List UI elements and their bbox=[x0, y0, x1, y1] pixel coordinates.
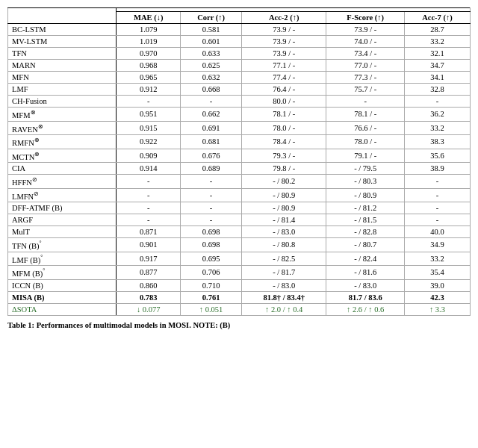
mae-cell: - bbox=[117, 214, 181, 226]
acc2-cell: 78.4 / - bbox=[241, 135, 326, 149]
mae-cell: 0.909 bbox=[117, 149, 181, 163]
acc2-cell: 79.3 / - bbox=[241, 149, 326, 163]
corr-cell: 0.698 bbox=[181, 226, 242, 238]
mae-header: MAE (↓) bbox=[117, 12, 181, 24]
corr-cell: - bbox=[181, 188, 242, 202]
corr-cell: 0.676 bbox=[181, 149, 242, 163]
fscore-cell: 77.0 / - bbox=[326, 60, 405, 72]
model-name: LMF (B)° bbox=[8, 252, 117, 266]
corr-cell: ↑ 0.051 bbox=[181, 303, 242, 315]
acc2-cell: - / 80.8 bbox=[241, 238, 326, 252]
mae-cell: 0.860 bbox=[117, 279, 181, 291]
table-row: MARN0.9680.62577.1 / -77.0 / -34.7 bbox=[8, 60, 471, 72]
fscore-cell: - bbox=[326, 96, 405, 108]
corr-cell: 0.681 bbox=[181, 135, 242, 149]
table-row: TFN (B)°0.9010.698- / 80.8- / 80.734.9 bbox=[8, 238, 471, 252]
results-table: MAE (↓) Corr (↑) Acc-2 (↑) F-Score (↑) A… bbox=[7, 7, 471, 316]
acc7-cell: - bbox=[404, 175, 470, 189]
table-row: MFM (B)°0.8770.706- / 81.7- / 81.635.4 bbox=[8, 266, 471, 280]
model-name: LMFN⊘ bbox=[8, 188, 117, 202]
mae-cell: 0.951 bbox=[117, 108, 181, 122]
corr-cell: 0.633 bbox=[181, 48, 242, 60]
mae-cell: 1.079 bbox=[117, 24, 181, 36]
mae-cell: 0.922 bbox=[117, 135, 181, 149]
acc2-cell: - / 83.0 bbox=[241, 279, 326, 291]
corr-cell: 0.668 bbox=[181, 84, 242, 96]
fscore-cell: - / 80.7 bbox=[326, 238, 405, 252]
model-name: MulT bbox=[8, 226, 117, 238]
table-row: HFFN⊘--- / 80.2- / 80.3- bbox=[8, 175, 471, 189]
model-name: DFF-ATMF (B) bbox=[8, 202, 117, 214]
corr-cell: 0.581 bbox=[181, 24, 242, 36]
fscore-cell: - / 80.9 bbox=[326, 188, 405, 202]
fscore-cell: 78.0 / - bbox=[326, 135, 405, 149]
fscore-cell: - / 79.5 bbox=[326, 163, 405, 175]
acc2-cell: 77.1 / - bbox=[241, 60, 326, 72]
table-row: MISA (B)0.7830.76181.8† / 83.4†81.7 / 83… bbox=[8, 291, 471, 303]
corr-header: Corr (↑) bbox=[181, 12, 242, 24]
fscore-cell: - / 82.8 bbox=[326, 226, 405, 238]
mae-cell: 0.915 bbox=[117, 121, 181, 135]
table-row: CIA0.9140.68979.8 / -- / 79.538.9 bbox=[8, 163, 471, 175]
fscore-cell: 77.3 / - bbox=[326, 72, 405, 84]
mae-cell: 0.912 bbox=[117, 84, 181, 96]
acc2-cell: 81.8† / 83.4† bbox=[241, 291, 326, 303]
fscore-cell: - / 83.0 bbox=[326, 279, 405, 291]
acc7-cell: 38.9 bbox=[404, 163, 470, 175]
acc7-cell: - bbox=[404, 188, 470, 202]
fscore-cell: 76.6 / - bbox=[326, 121, 405, 135]
acc7-cell: 35.6 bbox=[404, 149, 470, 163]
corr-cell: - bbox=[181, 175, 242, 189]
mae-cell: - bbox=[117, 175, 181, 189]
model-name: CH-Fusion bbox=[8, 96, 117, 108]
acc7-cell: 32.1 bbox=[404, 48, 470, 60]
acc7-cell: 33.2 bbox=[404, 252, 470, 266]
acc7-cell: 32.8 bbox=[404, 84, 470, 96]
table-row: MulT0.8710.698- / 83.0- / 82.840.0 bbox=[8, 226, 471, 238]
model-name: MFN bbox=[8, 72, 117, 84]
model-name: ΔSOTA bbox=[8, 303, 117, 315]
acc2-cell: 73.9 / - bbox=[241, 48, 326, 60]
model-name: BC-LSTM bbox=[8, 24, 117, 36]
mae-cell: - bbox=[117, 188, 181, 202]
table-row: DFF-ATMF (B)--- / 80.9- / 81.2- bbox=[8, 202, 471, 214]
table-row: ΔSOTA↓ 0.077↑ 0.051↑ 2.0 / ↑ 0.4↑ 2.6 / … bbox=[8, 303, 471, 315]
model-name: ARGF bbox=[8, 214, 117, 226]
acc7-cell: 33.2 bbox=[404, 121, 470, 135]
corr-cell: 0.710 bbox=[181, 279, 242, 291]
model-name: LMF bbox=[8, 84, 117, 96]
models-header bbox=[8, 8, 117, 24]
acc2-cell: 78.1 / - bbox=[241, 108, 326, 122]
corr-cell: - bbox=[181, 202, 242, 214]
fscore-cell: - / 82.4 bbox=[326, 252, 405, 266]
model-name: MARN bbox=[8, 60, 117, 72]
fscore-cell: ↑ 2.6 / ↑ 0.6 bbox=[326, 303, 405, 315]
acc7-cell: 33.2 bbox=[404, 36, 470, 48]
acc2-cell: 80.0 / - bbox=[241, 96, 326, 108]
table-container: MAE (↓) Corr (↑) Acc-2 (↑) F-Score (↑) A… bbox=[7, 7, 471, 316]
table-row: BC-LSTM1.0790.58173.9 / -73.9 / -28.7 bbox=[8, 24, 471, 36]
mae-cell: 0.965 bbox=[117, 72, 181, 84]
fscore-cell: 73.9 / - bbox=[326, 24, 405, 36]
model-name: RAVEN⊗ bbox=[8, 121, 117, 135]
acc7-cell: - bbox=[404, 202, 470, 214]
acc7-cell: 40.0 bbox=[404, 226, 470, 238]
model-name: MISA (B) bbox=[8, 291, 117, 303]
mae-cell: 0.970 bbox=[117, 48, 181, 60]
fscore-cell: 73.4 / - bbox=[326, 48, 405, 60]
fscore-cell: - / 81.5 bbox=[326, 214, 405, 226]
table-row: MFN0.9650.63277.4 / -77.3 / -34.1 bbox=[8, 72, 471, 84]
fscore-cell: 81.7 / 83.6 bbox=[326, 291, 405, 303]
table-row: LMF (B)°0.9170.695- / 82.5- / 82.433.2 bbox=[8, 252, 471, 266]
corr-cell: 0.706 bbox=[181, 266, 242, 280]
acc2-cell: - / 80.2 bbox=[241, 175, 326, 189]
fscore-header: F-Score (↑) bbox=[326, 12, 405, 24]
table-row: ICCN (B)0.8600.710- / 83.0- / 83.039.0 bbox=[8, 279, 471, 291]
acc7-cell: 28.7 bbox=[404, 24, 470, 36]
corr-cell: 0.691 bbox=[181, 121, 242, 135]
model-name: MFM (B)° bbox=[8, 266, 117, 280]
table-row: MV-LSTM1.0190.60173.9 / -74.0 / -33.2 bbox=[8, 36, 471, 48]
table-row: RAVEN⊗0.9150.69178.0 / -76.6 / -33.2 bbox=[8, 121, 471, 135]
acc7-cell: 39.0 bbox=[404, 279, 470, 291]
fscore-cell: 75.7 / - bbox=[326, 84, 405, 96]
